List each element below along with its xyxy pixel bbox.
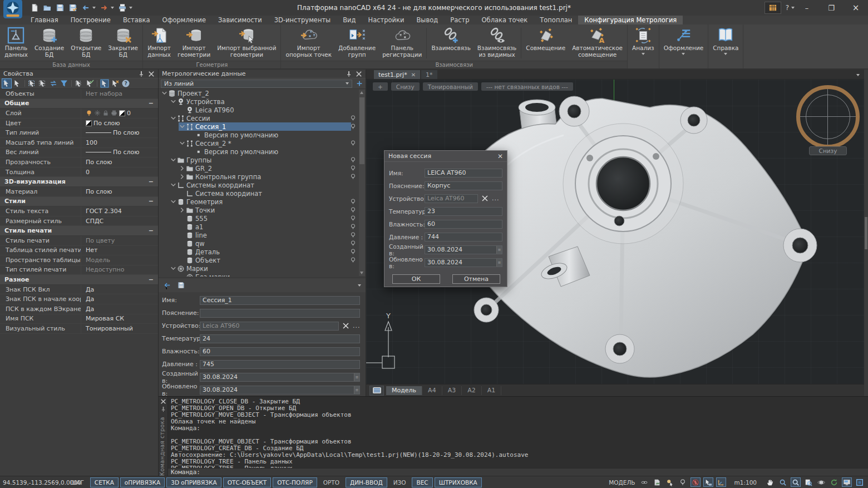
collapse-icon[interactable]: −: [149, 198, 154, 205]
open-file-icon[interactable]: [43, 3, 52, 12]
help-icon[interactable]: ?: [121, 79, 130, 88]
collapse-icon[interactable]: −: [149, 227, 154, 234]
document-tab-test1.prj*[interactable]: test1.prj*✕: [374, 70, 420, 79]
property-value[interactable]: 0: [81, 167, 158, 177]
tree-item-line[interactable]: line: [159, 231, 366, 239]
pan-hand-icon[interactable]: [765, 477, 775, 487]
analysis-button[interactable]: Анализ: [628, 24, 659, 68]
tree-item-Сессия_2 *[interactable]: Сессия_2 *: [159, 139, 366, 147]
chevron-right-icon[interactable]: [179, 174, 185, 180]
help-menu-button[interactable]: ?: [786, 4, 789, 12]
tree-item-Контрольня группа[interactable]: Контрольня группа: [159, 172, 366, 181]
tree-item-a1[interactable]: a1: [159, 223, 366, 231]
open-db-button[interactable]: ОткрытиеБД: [67, 26, 105, 61]
minimize-button[interactable]: –: [795, 0, 819, 16]
command-panel-label[interactable]: Командная строка: [159, 417, 165, 476]
alignment-button[interactable]: Совмещение: [522, 26, 569, 61]
property-value[interactable]: По слою: [81, 128, 158, 137]
chevron-down-icon[interactable]: [170, 115, 176, 121]
navigation-off-icon[interactable]: [691, 477, 701, 487]
status-toggle-3[interactable]: 3D оПРИВЯЗКА: [166, 477, 221, 487]
tree-item-Версия по умолчанию[interactable]: Версия по умолчанию: [159, 147, 366, 156]
add-icon[interactable]: [356, 80, 363, 87]
chevron-down-icon[interactable]: [161, 90, 167, 96]
menu-item-0[interactable]: Главная: [24, 16, 65, 24]
menu-item-8[interactable]: Вывод: [410, 16, 444, 24]
freeze-icon[interactable]: [94, 110, 101, 116]
tree-item-Системы координат[interactable]: Системы координат: [159, 181, 366, 189]
field-input-Влажность[interactable]: 60: [425, 220, 502, 229]
menu-item-4[interactable]: Зависимости: [212, 16, 268, 24]
property-value[interactable]: Модель: [81, 255, 158, 265]
tree-item-555[interactable]: 555: [159, 214, 366, 223]
property-section-Общие[interactable]: Общие−: [0, 99, 158, 109]
import-geometry-button[interactable]: Импортгеометрии: [174, 26, 214, 61]
browse-button[interactable]: ...: [492, 195, 500, 202]
field-input-Устройство[interactable]: Leica AT960: [425, 194, 478, 203]
app-logo-icon[interactable]: [3, 0, 22, 18]
property-value[interactable]: По слою: [81, 157, 158, 167]
field-input-Температура[interactable]: 24: [200, 334, 360, 343]
field-input-Давление[interactable]: 744: [425, 233, 502, 241]
undo-icon[interactable]: [81, 3, 90, 12]
property-value[interactable]: Да: [81, 294, 158, 304]
tree-item-Без марки[interactable]: Без марки: [159, 273, 366, 277]
property-value[interactable]: Нет: [81, 246, 158, 255]
chevron-down-icon[interactable]: [179, 140, 185, 146]
menu-item-1[interactable]: Построение: [65, 16, 117, 24]
close-button[interactable]: ×: [844, 0, 868, 16]
confirm-select-icon[interactable]: [85, 79, 94, 88]
scroll-down-icon[interactable]: [360, 272, 363, 274]
sheet-tab-A1[interactable]: A1: [482, 386, 502, 395]
property-value[interactable]: По слою: [81, 148, 158, 157]
pin-icon[interactable]: [346, 71, 352, 77]
chevron-down-icon[interactable]: [170, 98, 176, 105]
collapse-icon[interactable]: −: [149, 100, 154, 107]
status-toggle-2[interactable]: оПРИВЯЗКА: [120, 477, 165, 487]
tree-item-Версия по умолчанию[interactable]: Версия по умолчанию: [159, 131, 366, 139]
registration-panel-button[interactable]: Панельрегистрации: [379, 26, 425, 61]
property-value[interactable]: Да: [81, 304, 158, 314]
chevron-right-icon[interactable]: [179, 165, 185, 171]
qat-more-caret[interactable]: [129, 7, 132, 9]
document-tab-1*[interactable]: 1*: [421, 70, 437, 79]
field-input-Имя[interactable]: Сессия_1: [200, 296, 360, 305]
link-from-visible-button[interactable]: Взаимосвязьиз видимых: [474, 26, 520, 61]
property-section-3D-визуализация[interactable]: 3D-визуализация−: [0, 177, 158, 187]
tree-item-Геометрия[interactable]: Геометрия: [159, 198, 366, 206]
reference-button[interactable]: Справка: [708, 24, 743, 68]
spinner-button[interactable]: ≡: [496, 259, 502, 267]
screen-icon[interactable]: [842, 477, 852, 487]
property-value[interactable]: Недоступно: [81, 265, 158, 275]
viewport-frame-icon[interactable]: [855, 477, 865, 487]
menu-item-2[interactable]: Вставка: [117, 16, 156, 24]
viewport-scrollbar[interactable]: [864, 70, 868, 396]
save-icon[interactable]: [56, 3, 65, 12]
viewport-control-0[interactable]: +: [373, 82, 388, 91]
chevron-down-icon[interactable]: [170, 157, 176, 163]
status-toggle-9[interactable]: ВЕС: [412, 477, 432, 487]
close-db-button[interactable]: ЗакрытиеБД: [105, 26, 141, 61]
dialog-titlebar[interactable]: Новая сессия ✕: [384, 151, 507, 162]
field-input-Созданныйв[interactable]: 30.08.2024≡: [200, 373, 360, 382]
light-sources-icon[interactable]: [665, 477, 675, 487]
import-ref-points-button[interactable]: Импортопорных точек: [282, 26, 335, 61]
property-value[interactable]: Мировая СК: [81, 314, 158, 324]
visibility-bulb-icon[interactable]: [349, 215, 357, 222]
visibility-bulb-icon[interactable]: [349, 223, 357, 230]
tree-item-Сессии[interactable]: Сессии: [159, 114, 366, 122]
field-input-Имя[interactable]: LEICA AT960: [425, 169, 502, 178]
status-toggle-0[interactable]: ШАГ: [66, 477, 88, 487]
status-toggle-5[interactable]: ОТС-ПОЛЯР: [273, 477, 317, 487]
pin-icon[interactable]: [138, 71, 145, 77]
collapse-icon[interactable]: −: [149, 178, 154, 185]
zoom-icon[interactable]: [778, 477, 788, 487]
property-value[interactable]: Нет набора: [81, 89, 158, 98]
tree-item-Система координат[interactable]: Система координат: [159, 189, 366, 198]
regen-icon[interactable]: [829, 477, 839, 487]
view-navigation-wheel[interactable]: [796, 85, 860, 149]
chevron-down-icon[interactable]: [170, 265, 176, 272]
scrollbar-thumb[interactable]: [865, 217, 867, 249]
tree-item-Точки[interactable]: Точки: [159, 206, 366, 214]
auto-alignment-button[interactable]: AАвтоматическоесовмещение: [569, 26, 626, 61]
